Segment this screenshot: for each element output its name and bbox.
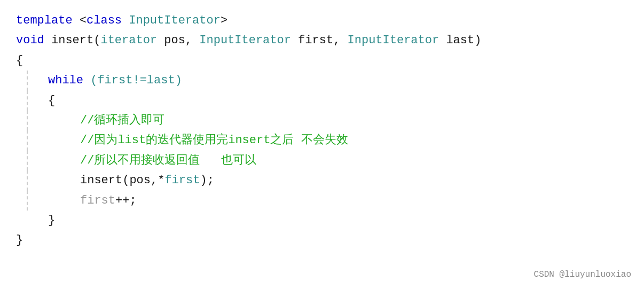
code-block: template <class InputIterator>void inser… xyxy=(16,11,628,251)
code-line: { xyxy=(16,91,628,111)
code-token: template xyxy=(16,14,73,27)
code-token: last) xyxy=(439,34,481,47)
code-token: first xyxy=(80,194,115,207)
indent-dash xyxy=(27,191,28,211)
code-parts: { xyxy=(16,51,23,71)
code-parts: { xyxy=(48,91,55,111)
code-token: //所以不用接收返回值 也可以 xyxy=(80,154,256,167)
code-line: insert(pos,*first); xyxy=(16,170,628,190)
gutter xyxy=(16,191,48,211)
code-token: pos, xyxy=(157,34,199,47)
gutter xyxy=(16,211,48,230)
code-line: //循环插入即可 xyxy=(16,111,628,130)
code-token: insert( xyxy=(44,34,101,47)
code-parts: //因为list的迭代器使用完insert之后 不会失效 xyxy=(80,130,348,150)
code-line: { xyxy=(16,51,628,71)
code-line: //因为list的迭代器使用完insert之后 不会失效 xyxy=(16,130,628,150)
code-parts: while (first!=last) xyxy=(48,71,182,90)
gutter xyxy=(48,130,80,150)
code-token: iterator xyxy=(100,34,157,47)
code-token: } xyxy=(48,214,55,227)
code-token: ++; xyxy=(115,194,137,207)
indent-dash xyxy=(27,170,28,190)
gutter xyxy=(16,91,48,111)
code-line: void insert(iterator pos, InputIterator … xyxy=(16,30,628,50)
code-token: first, xyxy=(291,34,348,47)
code-token: insert(pos,* xyxy=(80,174,164,187)
gutter xyxy=(16,151,48,170)
code-parts: template <class InputIterator> xyxy=(16,11,227,30)
indent-dash xyxy=(27,151,28,170)
code-token: { xyxy=(48,94,55,107)
code-container: template <class InputIterator>void inser… xyxy=(0,0,644,288)
code-token: InputIterator xyxy=(199,34,291,47)
gutter xyxy=(16,130,48,150)
code-line: } xyxy=(16,211,628,230)
gutter xyxy=(48,191,80,211)
code-token: InputIterator xyxy=(129,14,221,27)
indent-dash xyxy=(27,111,28,130)
gutter xyxy=(16,111,48,130)
code-token: //循环插入即可 xyxy=(80,114,164,127)
code-line: while (first!=last) xyxy=(16,71,628,90)
code-parts: first++; xyxy=(80,191,137,211)
indent-dash xyxy=(27,71,28,90)
code-line: first++; xyxy=(16,191,628,211)
code-parts: //所以不用接收返回值 也可以 xyxy=(80,151,256,170)
code-parts: insert(pos,*first); xyxy=(80,170,214,190)
gutter xyxy=(48,170,80,190)
code-token: class xyxy=(87,14,122,27)
gutter xyxy=(48,151,80,170)
code-token: > xyxy=(221,14,227,27)
code-token: void xyxy=(16,34,44,47)
code-line: } xyxy=(16,230,628,250)
code-token: InputIterator xyxy=(348,34,439,47)
indent-dash xyxy=(27,91,28,111)
code-line: template <class InputIterator> xyxy=(16,11,628,30)
code-token: } xyxy=(16,233,23,247)
code-parts: } xyxy=(48,211,55,230)
code-token: //因为list的迭代器使用完insert之后 不会失效 xyxy=(80,134,348,147)
gutter xyxy=(48,111,80,130)
indent-dash xyxy=(27,130,28,150)
code-token xyxy=(122,14,129,27)
code-parts: } xyxy=(16,230,23,250)
code-token: ); xyxy=(200,174,214,187)
code-token: { xyxy=(16,54,23,67)
gutter xyxy=(16,71,48,90)
code-token: while xyxy=(48,74,83,87)
code-token: first xyxy=(164,174,200,187)
code-line: //所以不用接收返回值 也可以 xyxy=(16,151,628,170)
code-token: < xyxy=(73,14,87,27)
watermark: CSDN @liuyunluoxiao xyxy=(534,270,631,279)
gutter xyxy=(16,170,48,190)
code-parts: //循环插入即可 xyxy=(80,111,164,130)
code-token: (first!=last) xyxy=(83,74,182,87)
code-parts: void insert(iterator pos, InputIterator … xyxy=(16,30,481,50)
